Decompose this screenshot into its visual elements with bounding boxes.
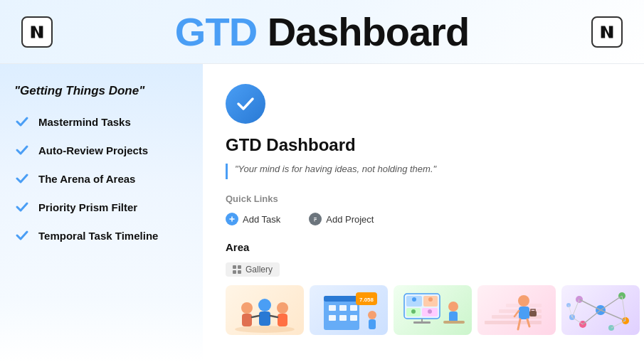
add-project-icon xyxy=(309,213,322,225)
gallery-tab-label: Gallery xyxy=(246,265,273,275)
svg-point-12 xyxy=(277,302,288,314)
svg-rect-5 xyxy=(314,219,317,220)
gallery-card-2: 7.058 xyxy=(310,285,388,335)
svg-point-34 xyxy=(428,309,432,314)
svg-rect-21 xyxy=(350,315,357,321)
svg-rect-45 xyxy=(519,307,529,319)
sidebar-item-label-4: Priority Prism Filter xyxy=(38,201,137,213)
check-icon-4 xyxy=(14,199,30,215)
svg-line-61 xyxy=(572,317,583,324)
svg-point-31 xyxy=(412,297,416,302)
main-title: GTD Dashboard xyxy=(175,9,469,55)
notion-logo-right xyxy=(591,16,623,48)
svg-rect-15 xyxy=(324,296,359,302)
sidebar-item-label-2: Auto-Review Projects xyxy=(38,144,148,156)
svg-point-7 xyxy=(235,326,295,333)
add-project-button[interactable]: Add Project xyxy=(309,213,374,225)
svg-line-59 xyxy=(611,321,625,328)
svg-point-10 xyxy=(258,299,271,312)
svg-point-35 xyxy=(448,302,458,312)
svg-rect-4 xyxy=(314,218,317,218)
svg-rect-13 xyxy=(278,314,287,326)
sidebar-item-label-5: Temporal Task Timeline xyxy=(38,230,158,242)
sidebar-heading: "Getting Things Done" xyxy=(14,84,189,98)
svg-rect-6 xyxy=(314,220,315,221)
main-layout: "Getting Things Done" Mastermind Tasks A… xyxy=(0,64,644,362)
app-icon xyxy=(226,84,265,124)
sidebar-item-label-1: Mastermind Tasks xyxy=(38,116,131,128)
svg-point-8 xyxy=(241,302,253,314)
sidebar-item-auto-review-projects[interactable]: Auto-Review Projects xyxy=(14,142,189,158)
svg-rect-16 xyxy=(329,305,336,311)
svg-rect-20 xyxy=(339,315,347,321)
svg-point-32 xyxy=(428,297,433,302)
content-area: GTD Dashboard "Your mind is for having i… xyxy=(203,64,644,362)
quote-block: "Your mind is for having ideas, not hold… xyxy=(226,164,621,179)
check-icon-3 xyxy=(14,171,30,186)
svg-rect-37 xyxy=(443,321,465,324)
title-gtd: GTD xyxy=(175,9,268,54)
gallery-cards: 7.058 xyxy=(226,285,621,335)
sidebar-item-priority-prism-filter[interactable]: Priority Prism Filter xyxy=(14,199,189,215)
svg-point-44 xyxy=(518,295,529,307)
svg-rect-40 xyxy=(485,321,542,324)
add-task-icon xyxy=(226,213,238,225)
gallery-tab[interactable]: Gallery xyxy=(226,262,280,277)
svg-rect-46 xyxy=(529,311,537,316)
title-dashboard: Dashboard xyxy=(268,9,470,54)
notion-logo-left xyxy=(21,16,53,48)
header: GTD Dashboard xyxy=(0,0,644,64)
svg-rect-11 xyxy=(259,312,270,326)
area-section-title: Area xyxy=(226,241,621,253)
sidebar-item-label-3: The Arena of Areas xyxy=(38,173,135,185)
gallery-icon xyxy=(233,265,241,274)
check-icon-2 xyxy=(14,142,30,158)
sidebar-item-mastermind-tasks[interactable]: Mastermind Tasks xyxy=(14,114,189,129)
svg-rect-17 xyxy=(339,305,347,311)
svg-line-54 xyxy=(579,299,601,310)
notion-icon-left xyxy=(21,16,53,48)
gallery-card-4 xyxy=(477,285,556,335)
svg-text:7.058: 7.058 xyxy=(359,297,374,303)
quick-links: Add Task Add Project xyxy=(226,213,621,225)
svg-line-55 xyxy=(601,296,622,310)
check-icon-5 xyxy=(14,228,30,243)
sidebar-item-arena-of-areas[interactable]: The Arena of Areas xyxy=(14,171,189,186)
sidebar-item-temporal-task-timeline[interactable]: Temporal Task Timeline xyxy=(14,228,189,243)
gallery-card-1 xyxy=(226,285,304,335)
check-icon-1 xyxy=(14,114,30,129)
svg-point-24 xyxy=(368,311,376,319)
gallery-card-3 xyxy=(394,285,472,335)
svg-line-60 xyxy=(622,296,625,321)
quote-text: "Your mind is for having ideas, not hold… xyxy=(235,164,436,174)
svg-rect-18 xyxy=(350,305,357,311)
add-task-button[interactable]: Add Task xyxy=(226,213,280,225)
content-title: GTD Dashboard xyxy=(226,135,621,155)
add-task-label: Add Task xyxy=(243,214,280,225)
svg-rect-19 xyxy=(329,315,336,321)
sidebar: "Getting Things Done" Mastermind Tasks A… xyxy=(0,64,203,362)
svg-rect-25 xyxy=(369,319,376,329)
svg-line-58 xyxy=(572,299,579,317)
svg-rect-39 xyxy=(413,321,431,324)
svg-line-56 xyxy=(601,310,625,321)
svg-rect-9 xyxy=(242,314,252,326)
svg-rect-36 xyxy=(449,312,458,322)
gallery-card-5 xyxy=(561,285,640,335)
svg-point-33 xyxy=(411,309,416,314)
svg-line-57 xyxy=(583,310,601,324)
quick-links-label: Quick Links xyxy=(226,193,621,204)
quote-bar xyxy=(226,164,228,179)
notion-icon-right xyxy=(591,16,623,48)
add-project-label: Add Project xyxy=(326,214,374,225)
